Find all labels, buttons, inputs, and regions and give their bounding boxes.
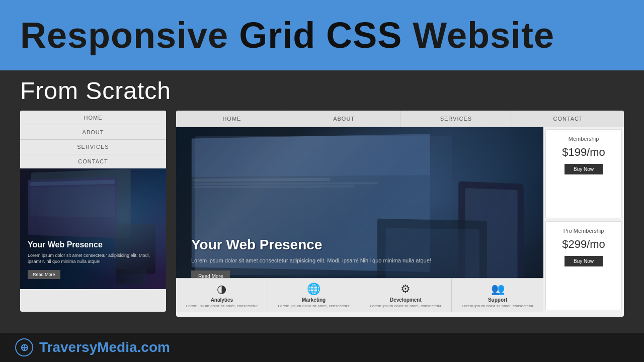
analytics-desc: Lorem ipsum dolor sit amet, consectetur [179,304,265,308]
desktop-hero-content: Your Web Presence Lorem ipsum dolor sit … [191,237,528,282]
brand-text: TraversyMedia.com [39,339,170,355]
desktop-sidebar: Membership $199/mo Buy Now Pro Membershi… [543,127,624,312]
pricing-basic-title: Membership [552,136,615,142]
desktop-nav-home[interactable]: HOME [176,111,288,127]
title-rest: Website [402,15,554,55]
analytics-icon: ◑ [179,283,265,296]
pricing-pro-btn[interactable]: Buy Now [565,256,603,266]
pricing-card-pro: Pro Membership $299/mo Buy Now [545,221,622,310]
mobile-read-more-button[interactable]: Read More [28,270,60,279]
pricing-pro-title: Pro Membership [552,228,615,234]
support-desc: Lorem ipsum dolor sit amet, consectetur [455,304,540,308]
support-name: Support [455,297,540,303]
desktop-main: Your Web Presence Lorem ipsum dolor sit … [176,127,624,312]
subtitle-row: From Scratch [0,70,644,111]
development-desc: Lorem ipsum dolor sit amet, consectetur [363,304,449,308]
mobile-nav: HOME ABOUT SERVICES CONTACT [20,111,166,168]
development-icon: ⚙ [363,283,449,296]
desktop-nav-services[interactable]: SERVICES [400,111,513,127]
mobile-hero: Your Web Presence Lorem ipsum dolor sit … [20,168,166,289]
brand-name-bold: Media [97,339,137,355]
feature-marketing: 🌐 Marketing Lorem ipsum dolor sit amet, … [268,279,360,312]
mobile-nav-services[interactable]: SERVICES [20,140,166,154]
mobile-preview: HOME ABOUT SERVICES CONTACT Your Web Pre… [20,111,166,312]
marketing-name: Marketing [271,297,357,303]
desktop-nav: HOME ABOUT SERVICES CONTACT [176,111,624,127]
mobile-nav-home[interactable]: HOME [20,111,166,125]
mobile-hero-desc: Lorem ipsum dolor sit amet consectetur a… [28,252,158,265]
feature-support: 👥 Support Lorem ipsum dolor sit amet, co… [452,279,543,312]
marketing-desc: Lorem ipsum dolor sit amet, consectetur [271,304,357,308]
pricing-pro-amount: $299/mo [552,238,615,251]
top-banner: Responsive Grid CSS Website [0,0,644,70]
main-title: Responsive Grid CSS Website [20,15,554,56]
desktop-hero-title: Your Web Presence [191,237,528,253]
analytics-name: Analytics [179,297,265,303]
title-regular: Responsive [20,15,239,55]
mobile-hero-content: Your Web Presence Lorem ipsum dolor sit … [28,240,158,279]
mobile-hero-title: Your Web Presence [28,240,158,249]
pricing-card-basic: Membership $199/mo Buy Now [545,129,622,218]
brand-logo-circle: ⊕ [15,338,33,356]
support-icon: 👥 [455,283,540,296]
desktop-hero-desc: Lorem ipsum dolor sit amet consectetur a… [191,257,528,264]
pricing-basic-btn[interactable]: Buy Now [565,164,603,174]
desktop-nav-contact[interactable]: CONTACT [512,111,624,127]
feature-development: ⚙ Development Lorem ipsum dolor sit amet… [360,279,452,312]
logo-icon: ⊕ [20,341,29,353]
pricing-basic-amount: $199/mo [552,146,615,159]
subtitle: From Scratch [20,77,171,105]
development-name: Development [363,297,449,303]
mobile-nav-about[interactable]: ABOUT [20,125,166,140]
brand-name-regular: Traversy [39,339,97,355]
desktop-preview: HOME ABOUT SERVICES CONTACT [176,111,624,317]
desktop-hero: Your Web Presence Lorem ipsum dolor sit … [176,127,543,312]
feature-analytics: ◑ Analytics Lorem ipsum dolor sit amet, … [176,279,268,312]
desktop-nav-about[interactable]: ABOUT [288,111,400,127]
title-bold: Grid CSS [239,15,402,55]
mobile-nav-contact[interactable]: CONTACT [20,154,166,168]
brand-domain: .com [137,339,170,355]
bottom-bar: ⊕ TraversyMedia.com [0,333,644,362]
preview-area: HOME ABOUT SERVICES CONTACT Your Web Pre… [0,111,644,332]
desktop-features: ◑ Analytics Lorem ipsum dolor sit amet, … [176,278,543,312]
marketing-icon: 🌐 [271,283,357,296]
